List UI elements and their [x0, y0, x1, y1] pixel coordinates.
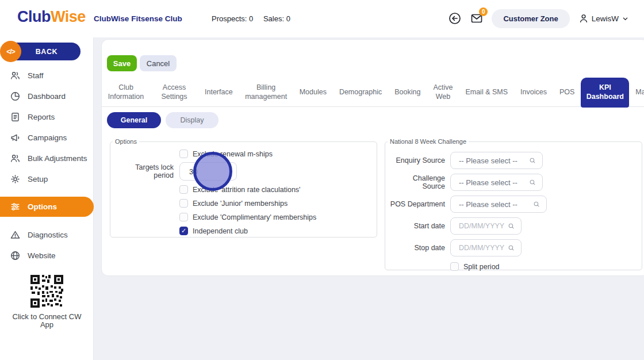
tab-modules[interactable]: Modules: [293, 88, 333, 97]
stop-date-field[interactable]: DD/MM/YYYY: [450, 239, 522, 256]
save-button[interactable]: Save: [107, 55, 137, 71]
sidebar-item-bulk-adjustments[interactable]: Bulk Adjustments: [0, 148, 94, 168]
split-period-label: Split period: [463, 263, 500, 271]
qr-code: [30, 275, 63, 308]
tab-invoices[interactable]: Invoices: [514, 88, 553, 97]
checkbox-independent-club[interactable]: ✓: [179, 227, 188, 235]
tab-mai[interactable]: Mai: [629, 88, 644, 97]
customer-zone-label: Customer Zone: [503, 14, 558, 23]
sidebar-item-label: Setup: [28, 175, 48, 183]
chevron-down-icon: [621, 14, 630, 23]
sidebar-item-label: Staff: [28, 71, 44, 80]
tab-pos[interactable]: POS: [553, 88, 581, 97]
checkbox-exclude-junior[interactable]: [179, 199, 188, 208]
app-header: ClubWise ClubWise Fitsense Club Prospect…: [0, 0, 644, 37]
sidebar-item-label: Campaigns: [28, 133, 67, 142]
back-button[interactable]: </> BACK: [2, 43, 80, 60]
checkbox-label: Exclude 'Complimentary' memberships: [193, 213, 316, 221]
sidebar-item-diagnostics[interactable]: Diagnostics: [0, 224, 94, 245]
sidebar-item-options[interactable]: Options: [0, 197, 94, 217]
tab-club-information[interactable]: Club Information: [102, 83, 150, 101]
sales-value: 0: [286, 14, 290, 23]
connect-cw-app[interactable]: Click to Connect CW App: [0, 275, 94, 330]
back-button-label: BACK: [36, 48, 58, 56]
challenge-source-select[interactable]: -- Please select --: [450, 174, 543, 191]
club-name: ClubWise Fitsense Club: [94, 14, 182, 23]
prospects-sales-counters: Prospects: 0 Sales: 0: [212, 14, 298, 23]
options-panel: Options Exclude renewal m-ships Targets …: [110, 138, 377, 238]
website-icon: [10, 250, 21, 261]
prospects-label: Prospects:: [212, 14, 247, 23]
cancel-button[interactable]: Cancel: [140, 55, 177, 71]
targets-lock-period-label: Targets lock period: [115, 163, 174, 179]
challenge-source-label: Challenge Source: [390, 174, 445, 190]
diagnostics-icon: [10, 229, 21, 240]
tab-kpi-dashboard[interactable]: KPI Dashboard: [581, 78, 629, 108]
options-legend: Options: [113, 138, 139, 145]
sales-label: Sales:: [263, 14, 284, 23]
challenge-panel: National 8 Week Challenge Enquiry Source…: [385, 138, 642, 270]
tab-access-settings[interactable]: Access Settings: [150, 83, 198, 101]
prospects-value: 0: [249, 14, 253, 23]
search-icon: [532, 200, 540, 208]
sidebar-item-campaigns[interactable]: Campaigns: [0, 127, 94, 148]
stop-date-label: Stop date: [390, 244, 445, 252]
sidebar-item-label: Diagnostics: [28, 231, 68, 239]
sidebar: </> BACK Staff Dashboard Reports Campai: [0, 37, 94, 360]
search-icon: [507, 244, 515, 252]
targets-lock-period-input[interactable]: [179, 162, 237, 181]
sidebar-item-label: Bulk Adjustments: [28, 154, 87, 163]
tab-email-sms[interactable]: Email & SMS: [459, 88, 514, 97]
sidebar-item-reports[interactable]: Reports: [0, 106, 94, 127]
tab-active-web[interactable]: Active Web: [427, 83, 459, 101]
search-icon: [507, 222, 515, 230]
user-menu[interactable]: LewisW: [578, 13, 630, 24]
options-icon: [10, 201, 21, 212]
code-icon: </>: [0, 41, 21, 62]
sidebar-item-dashboard[interactable]: Dashboard: [0, 86, 94, 106]
customer-zone-button[interactable]: Customer Zone: [492, 9, 569, 28]
subtab-general[interactable]: General: [107, 112, 161, 128]
mail-badge: 0: [479, 7, 488, 16]
clubwise-logo: ClubWise: [17, 8, 86, 26]
subtab-bar: General Display: [107, 112, 218, 128]
checkbox-exclude-complimentary[interactable]: [179, 213, 188, 221]
checkbox-split-period[interactable]: [450, 262, 459, 271]
qr-caption: Click to Connect CW App: [12, 313, 82, 330]
logo-part-wise: Wise: [51, 8, 86, 25]
user-icon: [578, 13, 589, 24]
pos-department-select[interactable]: -- Please select --: [450, 196, 547, 213]
challenge-legend: National 8 Week Challenge: [388, 138, 469, 145]
campaigns-icon: [10, 132, 21, 143]
checkbox-exclude-renewal[interactable]: [179, 150, 188, 158]
back-circle-icon[interactable]: [448, 12, 462, 25]
start-date-label: Start date: [390, 222, 445, 230]
enquiry-source-select[interactable]: -- Please select --: [450, 152, 543, 169]
mail-icon[interactable]: 0: [470, 12, 484, 25]
checkbox-label: Independent club: [193, 227, 248, 235]
checkbox-label: Exclude 'Junior' memberships: [193, 200, 288, 208]
sidebar-item-label: Website: [28, 251, 56, 260]
tab-demographic[interactable]: Demographic: [333, 88, 388, 97]
setup-icon: [10, 174, 21, 185]
settings-tab-bar: Club Information Access Settings Interfa…: [102, 78, 644, 107]
reports-icon: [10, 112, 21, 122]
sidebar-item-label: Dashboard: [28, 92, 66, 101]
pos-department-label: POS Department: [390, 200, 445, 208]
dashboard-icon: [10, 91, 21, 102]
checkbox-label: Exclude 'attrition rate claculations': [193, 186, 301, 194]
bulk-adjustments-icon: [10, 153, 21, 164]
tab-interface[interactable]: Interface: [198, 88, 239, 97]
checkbox-label: Exclude renewal m-ships: [193, 150, 273, 158]
checkbox-exclude-attrition[interactable]: [179, 185, 188, 194]
search-icon: [528, 178, 536, 186]
start-date-field[interactable]: DD/MM/YYYY: [450, 217, 522, 235]
enquiry-source-label: Enquiry Source: [390, 156, 445, 164]
sidebar-item-label: Options: [28, 202, 57, 211]
tab-booking[interactable]: Booking: [388, 88, 427, 97]
sidebar-item-website[interactable]: Website: [0, 245, 94, 266]
tab-billing-management[interactable]: Billing management: [239, 83, 293, 101]
sidebar-item-staff[interactable]: Staff: [0, 65, 94, 86]
sidebar-item-setup[interactable]: Setup: [0, 168, 94, 189]
subtab-display[interactable]: Display: [166, 112, 218, 128]
